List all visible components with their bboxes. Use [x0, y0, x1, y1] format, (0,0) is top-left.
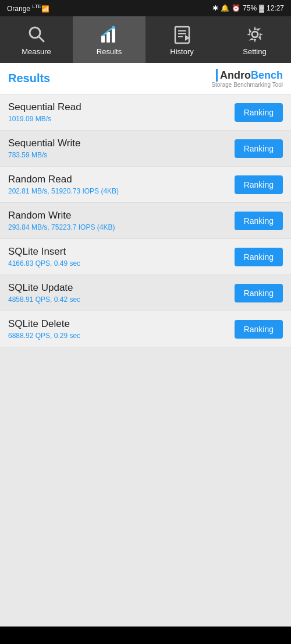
result-row-sequential-read: Sequential Read 1019.09 MB/s Ranking: [0, 94, 291, 131]
result-value-sqlite-delete: 6888.92 QPS, 0.29 sec: [8, 332, 235, 340]
tab-results[interactable]: Results: [73, 16, 146, 63]
tab-setting[interactable]: Setting: [218, 16, 291, 63]
result-value-sequential-read: 1019.09 MB/s: [8, 115, 235, 123]
result-name-sqlite-delete: SQLite Delete: [8, 318, 235, 330]
svg-rect-3: [107, 32, 110, 43]
result-row-sqlite-insert: SQLite Insert 4166.83 QPS, 0.49 sec Rank…: [0, 239, 291, 275]
result-info-sqlite-insert: SQLite Insert 4166.83 QPS, 0.49 sec: [8, 246, 235, 268]
tab-measure-label: Measure: [22, 47, 51, 56]
alarm-icon: ⏰: [232, 4, 240, 12]
svg-point-5: [112, 26, 115, 29]
result-info-sequential-read: Sequential Read 1019.09 MB/s: [8, 101, 235, 123]
logo-andro: Andro: [220, 69, 251, 82]
result-value-random-read: 202.81 MB/s, 51920.73 IOPS (4KB): [8, 187, 235, 195]
svg-point-12: [252, 31, 258, 37]
result-row-sequential-write: Sequential Write 783.59 MB/s Ranking: [0, 131, 291, 167]
logo-subtitle: Storage Benchmarking Tool: [211, 82, 283, 88]
logo-divider: [216, 69, 218, 82]
svg-rect-2: [101, 36, 105, 43]
result-list: Sequential Read 1019.09 MB/s Ranking Seq…: [0, 94, 291, 347]
result-name-sequential-write: Sequential Write: [8, 138, 235, 149]
result-name-random-write: Random Write: [8, 210, 235, 221]
battery-text: 75%: [243, 4, 257, 12]
sound-icon: 🔔: [221, 4, 229, 12]
page-title: Results: [8, 72, 50, 85]
results-header: Results AndroBench Storage Benchmarking …: [0, 63, 291, 94]
results-icon: [99, 24, 120, 45]
result-info-random-read: Random Read 202.81 MB/s, 51920.73 IOPS (…: [8, 174, 235, 195]
battery-icon: ▓: [259, 4, 264, 12]
tab-measure[interactable]: Measure: [0, 16, 73, 63]
bottom-bar: [0, 627, 291, 644]
setting-icon: [244, 24, 265, 45]
svg-line-1: [39, 37, 44, 41]
result-row-sqlite-update: SQLite Update 4858.91 QPS, 0.42 sec Rank…: [0, 275, 291, 311]
result-name-random-read: Random Read: [8, 174, 235, 185]
result-value-sqlite-update: 4858.91 QPS, 0.42 sec: [8, 295, 235, 304]
carrier-text: Orange LTE📶: [7, 3, 49, 13]
androbench-logo: AndroBench Storage Benchmarking Tool: [211, 69, 283, 88]
tab-setting-label: Setting: [243, 47, 266, 56]
result-info-sequential-write: Sequential Write 783.59 MB/s: [8, 138, 235, 159]
result-info-random-write: Random Write 293.84 MB/s, 75223.7 IOPS (…: [8, 210, 235, 231]
ranking-button-sequential-read[interactable]: Ranking: [235, 103, 283, 122]
ranking-button-sqlite-insert[interactable]: Ranking: [235, 248, 283, 266]
time-text: 12:27: [267, 4, 284, 12]
ranking-button-sqlite-delete[interactable]: Ranking: [235, 320, 283, 339]
result-value-random-write: 293.84 MB/s, 75223.7 IOPS (4KB): [8, 223, 235, 231]
tab-history[interactable]: History: [146, 16, 218, 63]
result-row-random-read: Random Read 202.81 MB/s, 51920.73 IOPS (…: [0, 167, 291, 203]
result-name-sequential-read: Sequential Read: [8, 101, 235, 113]
main-content: Results AndroBench Storage Benchmarking …: [0, 63, 291, 627]
result-value-sqlite-insert: 4166.83 QPS, 0.49 sec: [8, 259, 235, 268]
svg-rect-6: [175, 27, 189, 43]
logo-text: AndroBench: [220, 69, 283, 82]
ranking-button-random-write[interactable]: Ranking: [235, 212, 283, 230]
history-icon: [172, 24, 193, 45]
result-info-sqlite-delete: SQLite Delete 6888.92 QPS, 0.29 sec: [8, 318, 235, 340]
measure-icon: [26, 24, 47, 45]
tab-history-label: History: [170, 47, 193, 56]
ranking-button-sequential-write[interactable]: Ranking: [235, 139, 283, 158]
status-bar: Orange LTE📶 ✱ 🔔 ⏰ 75% ▓ 12:27: [0, 0, 291, 16]
result-info-sqlite-update: SQLite Update 4858.91 QPS, 0.42 sec: [8, 282, 235, 304]
result-name-sqlite-update: SQLite Update: [8, 282, 235, 294]
ranking-button-sqlite-update[interactable]: Ranking: [235, 284, 283, 302]
svg-rect-4: [112, 29, 115, 43]
logo-bench: Bench: [251, 69, 283, 82]
ranking-button-random-read[interactable]: Ranking: [235, 175, 283, 194]
tab-results-label: Results: [97, 47, 122, 56]
bluetooth-icon: ✱: [212, 4, 218, 12]
result-value-sequential-write: 783.59 MB/s: [8, 151, 235, 159]
result-name-sqlite-insert: SQLite Insert: [8, 246, 235, 258]
result-row-random-write: Random Write 293.84 MB/s, 75223.7 IOPS (…: [0, 203, 291, 239]
status-icons: ✱ 🔔 ⏰ 75% ▓ 12:27: [212, 4, 284, 12]
result-row-sqlite-delete: SQLite Delete 6888.92 QPS, 0.29 sec Rank…: [0, 311, 291, 347]
nav-tabs: Measure Results History: [0, 16, 291, 63]
